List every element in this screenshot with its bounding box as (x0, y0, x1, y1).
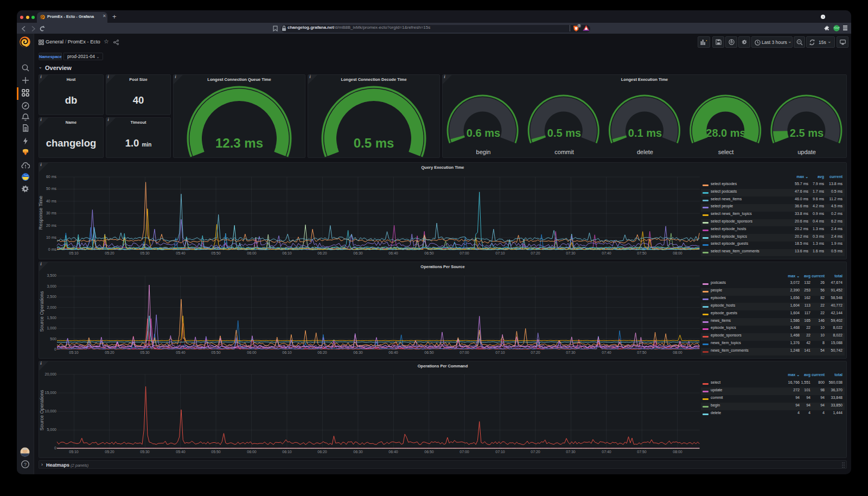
svg-text:?: ? (24, 462, 27, 467)
